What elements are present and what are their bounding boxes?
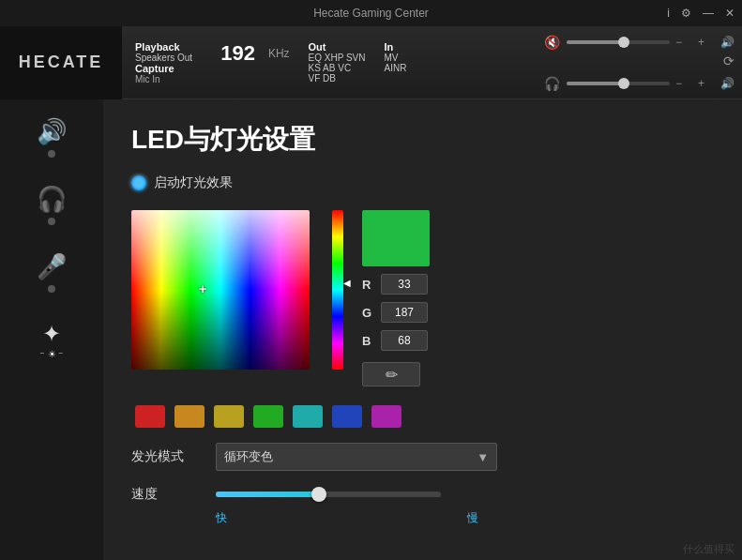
hue-arrow: ◀ [343, 278, 351, 288]
color-presets [131, 405, 714, 428]
headphone-icon[interactable]: 🎧 [544, 76, 561, 91]
audio-info: Playback Speakers Out Capture Mic In 192… [122, 34, 537, 92]
sidebar-item-headphone[interactable]: 🎧 [14, 176, 89, 233]
led-sun-container: ✦ − ☀ − [40, 321, 63, 359]
out-label: Out [309, 41, 366, 53]
speaker-volume-icon[interactable]: 🔊 [720, 36, 734, 49]
preset-green[interactable] [253, 405, 283, 428]
speakers-out-label: Speakers Out [135, 53, 192, 63]
eyedropper-button[interactable]: ✏ [362, 362, 420, 386]
speed-row: 速度 [131, 486, 714, 503]
speed-slider-track[interactable] [216, 492, 441, 497]
mic-nav-icon: 🎤 [37, 252, 67, 281]
in-label: In [385, 41, 407, 53]
speaker-volume-track[interactable] [567, 40, 670, 44]
app-title: Hecate Gaming Center [313, 7, 429, 20]
sidebar-dot-speaker [48, 150, 55, 158]
main-content: LED与灯光设置 启动灯光效果 ◀ R G [103, 99, 742, 560]
led-icon: ✦ [42, 321, 61, 347]
preset-yellow[interactable] [214, 405, 244, 428]
window-controls: i ⚙ — ✕ [667, 7, 734, 20]
picker-crosshair[interactable] [199, 283, 212, 296]
r-input[interactable] [381, 274, 428, 295]
sidebar-dot-headphone [48, 218, 55, 225]
sidebar-item-mic[interactable]: 🎤 [14, 244, 89, 300]
header: HECATE Playback Speakers Out Capture Mic… [0, 26, 742, 99]
speed-slider-thumb[interactable] [311, 487, 326, 502]
mic-in-label: Mic In [135, 74, 192, 84]
logo: HECATE [19, 53, 104, 72]
speaker-mute-icon[interactable]: 🔇 [544, 35, 561, 50]
mode-select[interactable]: 循环变色 ▼ [216, 443, 497, 471]
sidebar-item-led[interactable]: ✦ − ☀ − [14, 311, 89, 368]
headphone-volume-row: 🎧 − + 🔊 [544, 76, 734, 91]
sidebar: 🔊 🎧 🎤 ✦ − ☀ − [0, 99, 103, 560]
headphone-minus-icon[interactable]: − [675, 77, 692, 90]
g-row: G [362, 302, 430, 323]
speed-slow-label: 慢 [467, 510, 478, 526]
g-input[interactable] [381, 302, 428, 323]
color-result: R G B ✏ [362, 210, 430, 386]
in-tags-1: MV [385, 53, 407, 63]
capture-label: Capture [135, 63, 192, 74]
headphone-volume-track[interactable] [567, 82, 670, 85]
preset-cyan[interactable] [293, 405, 323, 428]
watermark: 什么值得买 [683, 542, 734, 556]
enable-row[interactable]: 启动灯光效果 [131, 174, 714, 191]
mode-value: 循环变色 [224, 448, 273, 465]
g-label: G [362, 306, 375, 320]
preset-orange[interactable] [174, 405, 204, 428]
mode-row: 发光模式 循环变色 ▼ [131, 443, 714, 471]
b-label: B [362, 334, 375, 348]
headphone-volume-icon[interactable]: 🔊 [720, 77, 734, 90]
color-preview-box [362, 210, 430, 266]
preset-blue[interactable] [332, 405, 362, 428]
minimize-button[interactable]: — [703, 7, 714, 20]
dropdown-arrow-icon: ▼ [477, 450, 489, 464]
speed-fast-label: 快 [216, 510, 227, 526]
preset-red[interactable] [135, 405, 165, 428]
speed-labels: 快 慢 [216, 510, 478, 526]
in-col: In MV AINR [385, 41, 407, 73]
headphone-plus-icon[interactable]: + [698, 77, 715, 90]
color-canvas-wrapper[interactable] [131, 210, 310, 370]
r-row: R [362, 274, 430, 295]
speaker-plus-icon[interactable]: + [698, 36, 715, 49]
out-col: Out EQ XHP SVN KS AB VC VF DB [309, 41, 366, 83]
freq-col: 192 KHz [211, 41, 289, 66]
hue-bar[interactable] [332, 210, 343, 370]
preset-purple[interactable] [371, 405, 401, 428]
info-button[interactable]: i [667, 7, 670, 20]
refresh-icon[interactable]: ⟳ [723, 53, 734, 68]
logo-area: HECATE [0, 26, 122, 99]
mode-label: 发光模式 [131, 448, 206, 465]
settings-button[interactable]: ⚙ [681, 7, 691, 20]
frequency-unit: KHz [268, 47, 290, 60]
color-picker-section: ◀ R G B ✏ [131, 210, 714, 386]
speaker-volume-row: 🔇 − + 🔊 [544, 35, 734, 50]
playback-col: Playback Speakers Out Capture Mic In [135, 41, 192, 84]
playback-label: Playback [135, 41, 192, 53]
volume-controls: 🔇 − + 🔊 ⟳ 🎧 − + 🔊 [537, 27, 742, 98]
frequency-value: 192 [220, 41, 255, 66]
b-row: B [362, 330, 430, 351]
sidebar-dot-mic [48, 285, 55, 293]
hue-bar-wrapper: ◀ [332, 210, 343, 370]
out-tags-3: VF DB [309, 73, 366, 83]
speaker-icon: 🔊 [37, 117, 67, 146]
close-button[interactable]: ✕ [725, 7, 734, 20]
title-bar: Hecate Gaming Center i ⚙ — ✕ [0, 0, 742, 26]
enable-radio[interactable] [131, 175, 146, 190]
sidebar-item-speaker[interactable]: 🔊 [14, 109, 89, 165]
eyedropper-icon: ✏ [386, 366, 398, 384]
out-tags-2: KS AB VC [309, 63, 366, 73]
b-input[interactable] [381, 330, 428, 351]
out-tags-1: EQ XHP SVN [309, 53, 366, 63]
headphone-nav-icon: 🎧 [37, 185, 67, 214]
white-overlay [131, 210, 310, 370]
color-canvas[interactable] [131, 210, 310, 370]
speaker-minus-icon[interactable]: − [675, 36, 692, 49]
page-title: LED与灯光设置 [131, 122, 714, 158]
speed-label: 速度 [131, 486, 206, 503]
r-label: R [362, 278, 375, 292]
